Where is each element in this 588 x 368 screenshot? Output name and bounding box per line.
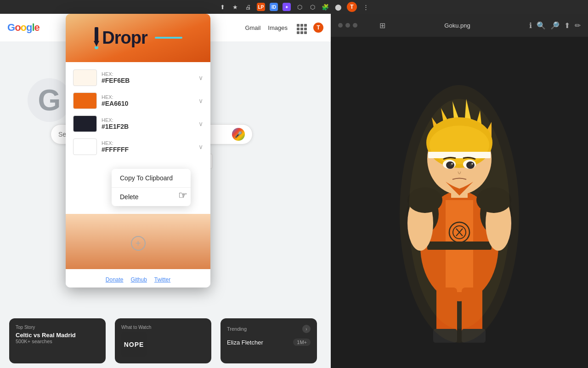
ext2-icon[interactable]: ⬡ <box>308 3 317 11</box>
add-color-button[interactable]: + <box>131 236 146 251</box>
print-icon[interactable]: 🖨 <box>244 3 252 11</box>
color-hex-3: #FFFFFF <box>102 146 129 153</box>
window-dot-2 <box>345 23 350 28</box>
window-controls <box>338 23 357 28</box>
color-row-3: HEX: #FFFFFF ∨ <box>73 137 203 157</box>
share-action-icon[interactable]: ⬆ <box>564 21 570 30</box>
browser-toolbar-icons: ⬆ ★ 🖨 LP ID ✦ ⬡ ⬡ 🧩 ⬤ T ⋮ <box>218 2 370 12</box>
dropr-underline <box>155 37 182 39</box>
trending-name: Eliza Fletcher <box>227 339 263 346</box>
image-viewer-toolbar: ⊞ Goku.png ℹ 🔍 🔎 ⬆ ✏ <box>331 14 588 37</box>
openai-icon[interactable]: ✦ <box>283 3 291 11</box>
color-hex-1: #EA6610 <box>102 100 128 107</box>
color-label-2: HEX: <box>102 117 129 123</box>
idclever-icon[interactable]: ID <box>270 3 278 11</box>
goku-image-area <box>331 37 588 368</box>
puzzle-icon[interactable]: 🧩 <box>321 3 329 11</box>
color-info-2: HEX: #1E1F2B <box>102 117 129 130</box>
movie-thumbnail: NOPE <box>121 332 147 357</box>
dropr-title-text: Dropr <box>102 28 147 48</box>
delete-item[interactable]: Delete <box>112 188 191 206</box>
toolbar-actions: ℹ 🔍 🔎 ⬆ ✏ <box>529 21 581 30</box>
color-chevron-1[interactable]: ∨ <box>198 97 203 104</box>
color-label-0: HEX: <box>102 71 130 77</box>
gmail-link[interactable]: Gmail <box>245 24 260 31</box>
color-swatch-1 <box>73 92 97 109</box>
add-color-area: + <box>66 236 210 251</box>
nav-links: Gmail Images T <box>245 22 323 33</box>
donate-link[interactable]: Donate <box>106 276 124 283</box>
user-avatar[interactable]: T <box>347 2 357 12</box>
goku-image <box>381 53 537 352</box>
browser-toolbar: ⬆ ★ 🖨 LP ID ✦ ⬡ ⬡ 🧩 ⬤ T ⋮ <box>0 0 588 14</box>
google-avatar[interactable]: T <box>313 23 323 33</box>
lastpass-icon[interactable]: LP <box>257 3 265 11</box>
github-link[interactable]: Github <box>131 276 147 283</box>
svg-point-36 <box>409 99 510 329</box>
color-chevron-3[interactable]: ∨ <box>198 143 203 150</box>
color-info-3: HEX: #FFFFFF <box>102 140 129 153</box>
bookmark-icon[interactable]: ★ <box>231 3 239 11</box>
trending-section: Trending <box>227 326 247 332</box>
color-hex-2: #1E1F2B <box>102 123 129 130</box>
trending-item: Eliza Fletcher 1M+ <box>227 337 311 348</box>
google-g-logo: G <box>28 78 71 122</box>
dropr-header: Dropr <box>66 14 210 62</box>
apps-grid-icon[interactable] <box>295 22 306 33</box>
image-viewer-panel: ⊞ Goku.png ℹ 🔍 🔎 ⬆ ✏ <box>331 14 588 368</box>
ext1-icon[interactable]: ⬡ <box>295 3 304 11</box>
info-icon[interactable]: ℹ <box>529 21 532 30</box>
trending-chevron-icon[interactable]: › <box>302 325 311 333</box>
color-info-0: HEX: #FEF6EB <box>102 71 130 84</box>
movie-title: NOPE <box>124 341 144 348</box>
watch-content: NOPE <box>121 332 205 357</box>
chrome-icon[interactable]: ⬤ <box>334 3 342 11</box>
context-menu: Copy To Clipboard Delete <box>112 169 191 206</box>
color-chevron-0[interactable]: ∨ <box>198 74 203 81</box>
color-swatch-0 <box>73 69 97 86</box>
color-swatch-2 <box>73 115 97 132</box>
zoom-out-icon[interactable]: 🔍 <box>537 21 546 30</box>
menu-icon[interactable]: ⋮ <box>362 3 370 11</box>
share-icon[interactable]: ⬆ <box>218 3 226 11</box>
color-label-1: HEX: <box>102 94 128 100</box>
watch-section: What to Watch <box>121 325 205 330</box>
images-link[interactable]: Images <box>268 24 288 31</box>
mic-icon[interactable]: 🎤 <box>232 128 245 141</box>
window-dot-1 <box>338 23 343 28</box>
dropr-colors-list: HEX: #FEF6EB ∨ HEX: #EA6610 ∨ HEX: #1E1F… <box>66 62 210 162</box>
color-info-1: HEX: #EA6610 <box>102 94 128 107</box>
top-story-sub: 500K+ searches <box>16 339 99 344</box>
dropr-footer: Donate Github Twitter <box>66 272 210 288</box>
trending-header: Trending › <box>227 325 311 333</box>
sidebar-toggle-icon[interactable]: ⊞ <box>379 21 385 30</box>
edit-icon[interactable]: ✏ <box>575 21 581 30</box>
dropr-popup: Dropr HEX: #FEF6EB ∨ HEX: #EA6610 ∨ <box>66 14 210 288</box>
color-chevron-2[interactable]: ∨ <box>198 120 203 127</box>
google-logo-text: Google <box>7 22 40 34</box>
color-swatch-3 <box>73 138 97 155</box>
twitter-link[interactable]: Twitter <box>154 276 170 283</box>
color-label-3: HEX: <box>102 140 129 146</box>
dropr-logo-area: Dropr <box>94 27 147 49</box>
color-hex-0: #FEF6EB <box>102 77 130 84</box>
watch-widget: What to Watch NOPE <box>115 318 211 363</box>
window-dot-3 <box>353 23 357 28</box>
zoom-in-icon[interactable]: 🔎 <box>550 21 560 30</box>
color-row-2: HEX: #1E1F2B ∨ <box>73 114 203 134</box>
top-story-widget: Top Story Celtic vs Real Madrid 500K+ se… <box>9 318 106 363</box>
image-filename: Goku.png <box>444 22 470 29</box>
trending-widget: Trending › Eliza Fletcher 1M+ <box>220 318 317 363</box>
top-story-headline: Celtic vs Real Madrid <box>16 332 99 339</box>
color-row-0: HEX: #FEF6EB ∨ <box>73 68 203 88</box>
color-row-1: HEX: #EA6610 ∨ <box>73 91 203 111</box>
copy-to-clipboard-item[interactable]: Copy To Clipboard <box>112 169 191 187</box>
top-story-section: Top Story <box>16 325 99 330</box>
dropper-icon <box>94 27 99 49</box>
bottom-widgets: Top Story Celtic vs Real Madrid 500K+ se… <box>9 318 317 363</box>
trending-count: 1M+ <box>293 339 311 346</box>
